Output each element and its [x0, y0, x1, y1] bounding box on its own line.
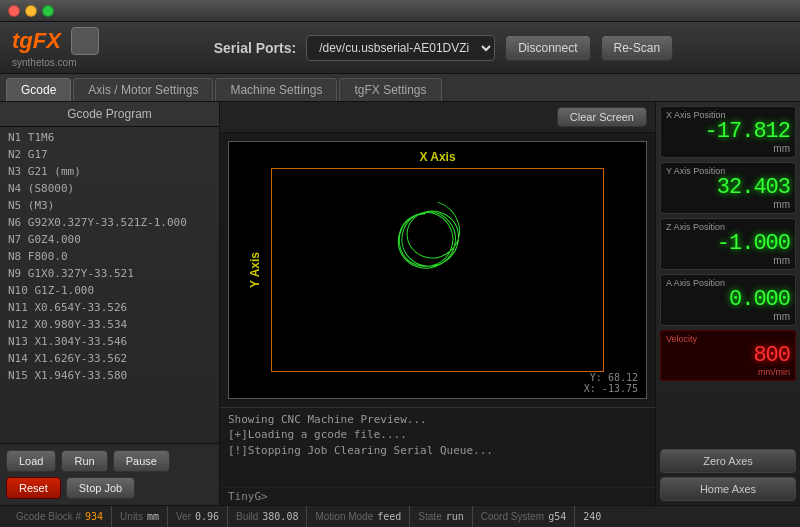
state-item: State run	[410, 506, 472, 527]
console-input[interactable]	[272, 490, 647, 503]
coord-system-value: g54	[548, 511, 566, 522]
ver-item: Ver 0.96	[168, 506, 228, 527]
close-button[interactable]	[8, 5, 20, 17]
tab-gcode[interactable]: Gcode	[6, 78, 71, 101]
right-panel: X Axis Position -17.812 mm Y Axis Positi…	[655, 102, 800, 505]
left-panel: Gcode Program N1 T1M6N2 G17N3 G21 (mm)N4…	[0, 102, 220, 505]
gcode-block-item: Gcode Block # 934	[8, 506, 112, 527]
serial-port-select[interactable]: /dev/cu.usbserial-AE01DVZi	[306, 35, 495, 61]
velocity-unit: mm/min	[666, 367, 790, 377]
gcode-block-label: Gcode Block #	[16, 511, 81, 522]
z-axis-value: -1.000	[666, 233, 790, 255]
gcode-item[interactable]: N15 X1.946Y-33.580	[0, 367, 219, 384]
home-axes-button[interactable]: Home Axes	[660, 477, 796, 501]
a-axis-value: 0.000	[666, 289, 790, 311]
gcode-block-value: 934	[85, 511, 103, 522]
right-action-buttons: Zero Axes Home Axes	[660, 449, 796, 501]
disconnect-button[interactable]: Disconnect	[505, 35, 590, 61]
gcode-item[interactable]: N1 T1M6	[0, 129, 219, 146]
y-axis-display: Y Axis Position 32.403 mm	[660, 162, 796, 214]
y-axis-value: 32.403	[666, 177, 790, 199]
console-input-row: TinyG>	[220, 487, 655, 505]
x-axis-display: X Axis Position -17.812 mm	[660, 106, 796, 158]
a-axis-display: A Axis Position 0.000 mm	[660, 274, 796, 326]
header: tgFX synthetos.com Serial Ports: /dev/cu…	[0, 22, 800, 74]
ver-value: 0.96	[195, 511, 219, 522]
velocity-value: 800	[666, 345, 790, 367]
build-value: 380.08	[262, 511, 298, 522]
left-buttons: Load Run Pause Reset Stop Job	[0, 443, 219, 505]
zero-axes-button[interactable]: Zero Axes	[660, 449, 796, 473]
logo-area: tgFX synthetos.com	[12, 27, 99, 68]
extra-item: 240	[575, 506, 609, 527]
build-label: Build	[236, 511, 258, 522]
pause-button[interactable]: Pause	[113, 450, 170, 472]
state-value: run	[446, 511, 464, 522]
rescan-button[interactable]: Re-Scan	[601, 35, 674, 61]
build-item: Build 380.08	[228, 506, 307, 527]
coord-system-label: Coord System	[481, 511, 544, 522]
tab-axis-motor[interactable]: Axis / Motor Settings	[73, 78, 213, 101]
minimize-button[interactable]	[25, 5, 37, 17]
console-line: Showing CNC Machine Preview...	[228, 412, 647, 427]
gcode-item[interactable]: N7 G0Z4.000	[0, 231, 219, 248]
console-line: [+]Loading a gcode file....	[228, 427, 647, 442]
ver-label: Ver	[176, 511, 191, 522]
maximize-button[interactable]	[42, 5, 54, 17]
spiral-visualization	[271, 168, 605, 373]
x-axis-unit: mm	[666, 143, 790, 154]
y-axis-label: Y Axis	[248, 252, 262, 288]
velocity-display: Velocity 800 mm/min	[660, 330, 796, 381]
logo-sub: synthetos.com	[12, 57, 76, 68]
viz-area: X Axis Y Axis Y: 68.12 X: -13.75	[228, 141, 647, 399]
stop-job-button[interactable]: Stop Job	[66, 477, 135, 499]
load-button[interactable]: Load	[6, 450, 56, 472]
center-panel: Clear Screen X Axis Y Axis Y: 68.12 X: -…	[220, 102, 655, 505]
gcode-item[interactable]: N2 G17	[0, 146, 219, 163]
gcode-item[interactable]: N3 G21 (mm)	[0, 163, 219, 180]
gcode-item[interactable]: N5 (M3)	[0, 197, 219, 214]
reset-button[interactable]: Reset	[6, 477, 61, 499]
console-output: Showing CNC Machine Preview...[+]Loading…	[220, 407, 655, 487]
gcode-item[interactable]: N14 X1.626Y-33.562	[0, 350, 219, 367]
clear-screen-button[interactable]: Clear Screen	[557, 107, 647, 127]
gcode-item[interactable]: N4 (S8000)	[0, 180, 219, 197]
state-label: State	[418, 511, 441, 522]
motion-mode-value: feed	[377, 511, 401, 522]
units-label: Units	[120, 511, 143, 522]
x-axis-label: X Axis	[419, 150, 455, 164]
logo-icon	[71, 27, 99, 55]
gcode-item[interactable]: N9 G1X0.327Y-33.521	[0, 265, 219, 282]
tab-machine[interactable]: Machine Settings	[215, 78, 337, 101]
status-bar: Gcode Block # 934 Units mm Ver 0.96 Buil…	[0, 505, 800, 527]
console-line: [!]Stopping Job Clearing Serial Queue...	[228, 443, 647, 458]
z-axis-unit: mm	[666, 255, 790, 266]
gcode-item[interactable]: N6 G92X0.327Y-33.521Z-1.000	[0, 214, 219, 231]
tab-tgfx[interactable]: tgFX Settings	[339, 78, 441, 101]
coord-x: X: -13.75	[584, 383, 638, 394]
main-content: Gcode Program N1 T1M6N2 G17N3 G21 (mm)N4…	[0, 102, 800, 505]
motion-mode-item: Motion Mode feed	[307, 506, 410, 527]
logo-text: tgFX	[12, 30, 61, 52]
coord-system-item: Coord System g54	[473, 506, 575, 527]
console-prompt: TinyG>	[228, 490, 268, 503]
gcode-item[interactable]: N8 F800.0	[0, 248, 219, 265]
gcode-panel-title: Gcode Program	[0, 102, 219, 127]
gcode-item[interactable]: N10 G1Z-1.000	[0, 282, 219, 299]
viz-header: Clear Screen	[220, 102, 655, 133]
extra-value: 240	[583, 511, 601, 522]
x-axis-value: -17.812	[666, 121, 790, 143]
motion-mode-label: Motion Mode	[315, 511, 373, 522]
title-bar	[0, 0, 800, 22]
gcode-item[interactable]: N11 X0.654Y-33.526	[0, 299, 219, 316]
gcode-item[interactable]: N13 X1.304Y-33.546	[0, 333, 219, 350]
a-axis-unit: mm	[666, 311, 790, 322]
z-axis-display: Z Axis Position -1.000 mm	[660, 218, 796, 270]
coord-y: Y: 68.12	[584, 372, 638, 383]
tab-bar: Gcode Axis / Motor Settings Machine Sett…	[0, 74, 800, 102]
gcode-item[interactable]: N12 X0.980Y-33.534	[0, 316, 219, 333]
gcode-list[interactable]: N1 T1M6N2 G17N3 G21 (mm)N4 (S8000)N5 (M3…	[0, 127, 219, 443]
units-value: mm	[147, 511, 159, 522]
run-button[interactable]: Run	[61, 450, 107, 472]
units-item: Units mm	[112, 506, 168, 527]
